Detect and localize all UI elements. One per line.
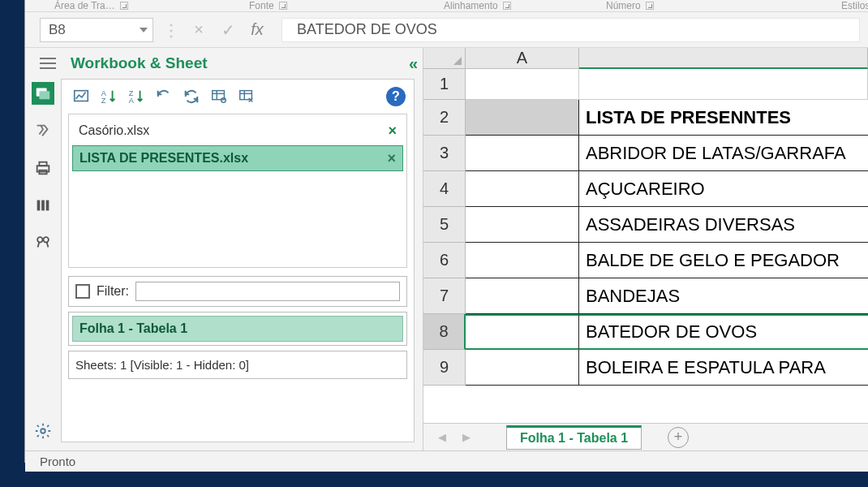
svg-rect-1 — [39, 91, 49, 99]
grid-row: 9 BOLEIRA E ESPATULA PARA — [423, 350, 868, 386]
svg-rect-6 — [41, 200, 45, 211]
cell[interactable]: BOLEIRA E ESPATULA PARA — [579, 350, 868, 386]
cell[interactable] — [466, 314, 579, 350]
close-workbook-icon[interactable]: × — [387, 150, 396, 167]
grid-row: 3 ABRIDOR DE LATAS/GARRAFA — [423, 136, 868, 171]
table-edit-icon[interactable] — [235, 85, 258, 108]
dialog-launcher-icon[interactable] — [279, 2, 287, 10]
grid-row: 2 LISTA DE PRESENNTES — [423, 100, 868, 136]
close-workbook-icon[interactable]: × — [388, 123, 397, 140]
formula-bar-row: B8 ⋮ × ✓ fx BATEDOR DE OVOS — [25, 12, 868, 48]
grid-row: 6 BALDE DE GELO E PEGADOR — [423, 243, 868, 278]
cell[interactable]: BANDEJAS — [579, 278, 868, 314]
settings-icon[interactable] — [32, 420, 54, 442]
formula-input[interactable]: BATEDOR DE OVOS — [281, 18, 860, 42]
cell[interactable] — [466, 278, 579, 314]
workbook-name: LISTA DE PRESENTES.xlsx — [79, 151, 248, 166]
sheet-tab-active[interactable]: Folha 1 - Tabela 1 — [506, 425, 642, 450]
dialog-launcher-icon[interactable] — [120, 2, 128, 10]
svg-text:A: A — [129, 97, 135, 105]
next-sheet-icon[interactable]: ▶ — [458, 431, 475, 443]
columns-tab-icon[interactable] — [32, 194, 54, 217]
refresh-all-icon[interactable] — [180, 85, 203, 108]
sort-asc-icon[interactable]: AZ — [97, 85, 120, 108]
table-settings-icon[interactable] — [208, 85, 230, 108]
workbook-list: Casório.xlsx × LISTA DE PRESENTES.xlsx × — [68, 114, 407, 268]
dialog-launcher-icon[interactable] — [503, 2, 511, 10]
row-header[interactable]: 5 — [423, 207, 466, 243]
ribbon-group-labels: Área de Tra… Fonte Alinhamento Número Es… — [25, 0, 868, 11]
cell[interactable] — [579, 69, 868, 100]
svg-rect-5 — [37, 200, 41, 211]
cell[interactable] — [466, 243, 579, 278]
row-header[interactable]: 3 — [423, 136, 466, 171]
row-header[interactable]: 7 — [423, 278, 466, 314]
cell[interactable] — [466, 207, 579, 243]
cell-selected[interactable]: BATEDOR DE OVOS — [579, 314, 868, 350]
row-header[interactable]: 1 — [423, 69, 466, 100]
cell[interactable] — [466, 350, 579, 386]
accept-formula-icon[interactable]: ✓ — [218, 20, 238, 40]
column-header-a[interactable]: A — [466, 48, 579, 69]
cell[interactable]: AÇUCAREIRO — [579, 171, 868, 207]
help-icon[interactable]: ? — [386, 87, 406, 106]
row-header[interactable]: 6 — [423, 243, 466, 278]
grid-row-selected: 8 BATEDOR DE OVOS — [423, 314, 868, 350]
name-box[interactable]: B8 — [40, 18, 153, 42]
svg-rect-7 — [46, 200, 49, 211]
add-sheet-button[interactable]: + — [668, 427, 689, 448]
filter-input[interactable] — [135, 282, 400, 301]
column-header-b[interactable] — [579, 48, 868, 69]
cancel-formula-icon[interactable]: × — [189, 20, 208, 39]
cell[interactable]: LISTA DE PRESENNTES — [579, 100, 868, 136]
workbook-item-active[interactable]: LISTA DE PRESENTES.xlsx × — [72, 145, 403, 171]
history-tab-icon[interactable] — [32, 119, 54, 142]
grid-row: 5 ASSADEIRAS DIVERSAS — [423, 207, 868, 243]
sidebar-pane: Workbook & Sheet « — [25, 48, 423, 450]
svg-rect-13 — [75, 91, 88, 101]
row-header[interactable]: 8 — [423, 314, 466, 350]
chart-icon[interactable] — [70, 85, 92, 108]
svg-rect-3 — [39, 162, 46, 166]
dialog-launcher-icon[interactable] — [646, 2, 654, 10]
cell[interactable] — [466, 69, 579, 100]
row-header[interactable]: 2 — [423, 100, 466, 136]
app-window: Área de Tra… Fonte Alinhamento Número Es… — [24, 0, 868, 463]
svg-point-8 — [37, 237, 42, 242]
cell[interactable] — [466, 100, 579, 136]
collapse-pane-icon[interactable]: « — [409, 54, 413, 73]
cell[interactable]: ASSADEIRAS DIVERSAS — [579, 207, 868, 243]
find-tab-icon[interactable] — [32, 231, 54, 254]
row-header[interactable]: 9 — [423, 350, 466, 386]
sheet-item-active[interactable]: Folha 1 - Tabela 1 — [72, 316, 403, 342]
select-all-corner[interactable] — [423, 48, 466, 69]
print-tab-icon[interactable] — [32, 157, 54, 179]
status-text: Pronto — [40, 455, 75, 468]
sheet-stats: Sheets: 1 [Visible: 1 - Hidden: 0] — [68, 351, 407, 379]
filter-checkbox[interactable] — [75, 284, 90, 299]
menu-icon[interactable] — [40, 58, 56, 69]
prev-sheet-icon[interactable]: ◀ — [433, 431, 451, 443]
cell[interactable]: ABRIDOR DE LATAS/GARRAFA — [579, 136, 868, 171]
sheet-list: Folha 1 - Tabela 1 — [68, 312, 407, 346]
row-header[interactable]: 4 — [423, 171, 466, 207]
refresh-icon[interactable] — [153, 85, 175, 108]
svg-rect-22 — [240, 91, 252, 100]
status-bar: Pronto — [25, 450, 868, 472]
chevron-down-icon[interactable] — [140, 28, 148, 32]
fx-icon[interactable]: fx — [247, 20, 267, 39]
cell[interactable] — [466, 171, 579, 207]
svg-text:Z: Z — [101, 97, 106, 105]
workbook-name: Casório.xlsx — [79, 123, 149, 138]
side-strip — [25, 79, 61, 450]
pane-card: AZ ZA ? Casório.xlsx × — [61, 79, 415, 442]
workbook-tab-icon[interactable] — [32, 82, 54, 105]
cell[interactable]: BALDE DE GELO E PEGADOR — [579, 243, 868, 278]
cell[interactable] — [466, 136, 579, 171]
pane-toolbar: AZ ZA ? — [62, 80, 414, 114]
svg-line-11 — [47, 242, 49, 247]
sort-desc-icon[interactable]: ZA — [125, 85, 148, 108]
spreadsheet-grid[interactable]: A 1 2 LISTA DE PRESENNTES 3 ABRIDOR DE — [423, 48, 868, 450]
svg-point-12 — [41, 429, 45, 433]
workbook-item[interactable]: Casório.xlsx × — [72, 118, 403, 144]
